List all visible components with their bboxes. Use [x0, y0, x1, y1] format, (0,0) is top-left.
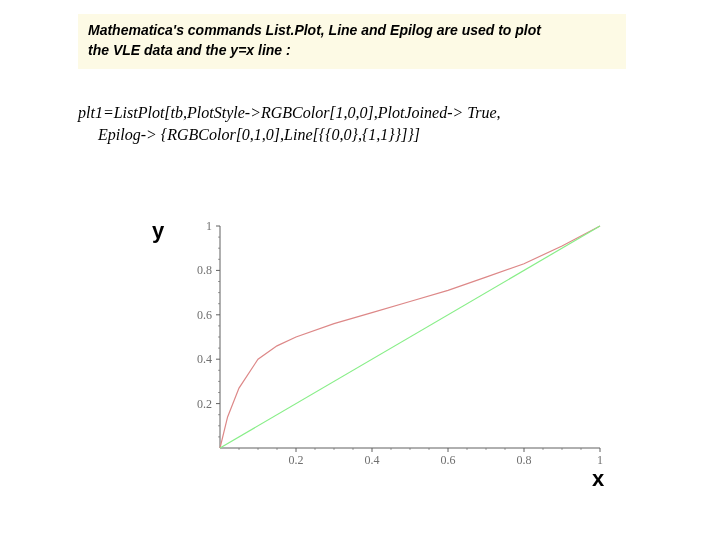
svg-text:0.6: 0.6 [197, 308, 212, 322]
svg-text:1: 1 [597, 453, 603, 467]
code-block: plt1=ListPlot[tb,PlotStyle->RGBColor[1,0… [78, 102, 648, 145]
svg-text:0.4: 0.4 [365, 453, 380, 467]
y-axis-label: y [152, 218, 164, 244]
svg-text:0.2: 0.2 [197, 397, 212, 411]
svg-text:0.2: 0.2 [289, 453, 304, 467]
series-y = x (green) [220, 226, 600, 448]
svg-text:0.8: 0.8 [517, 453, 532, 467]
svg-text:1: 1 [206, 219, 212, 233]
description-line-2: the VLE data and the y=x line : [88, 42, 291, 58]
description-line-1: Mathematica's commands List.Plot, Line a… [88, 22, 541, 38]
svg-text:0.6: 0.6 [441, 453, 456, 467]
description-box: Mathematica's commands List.Plot, Line a… [78, 14, 626, 69]
chart-svg: 0.20.40.60.810.20.40.60.81 [180, 216, 620, 476]
svg-text:0.4: 0.4 [197, 352, 212, 366]
svg-text:0.8: 0.8 [197, 263, 212, 277]
code-line-2: Epilog-> {RGBColor[0,1,0],Line[{{0,0},{1… [78, 124, 648, 146]
code-line-1: plt1=ListPlot[tb,PlotStyle->RGBColor[1,0… [78, 102, 648, 124]
chart: 0.20.40.60.810.20.40.60.81 [180, 216, 620, 476]
